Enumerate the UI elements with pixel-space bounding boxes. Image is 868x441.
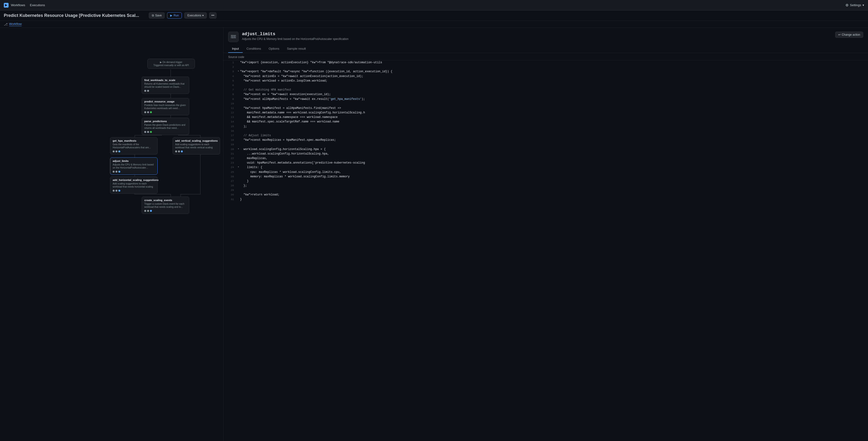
canvas-area[interactable]: ▶ On demand trigger Triggered manually o… — [0, 28, 223, 441]
status-dot — [150, 111, 152, 113]
node-footer — [144, 111, 187, 113]
fold-icon — [238, 115, 239, 119]
node-title: get_hpa_manifests — [113, 139, 155, 142]
settings-button[interactable]: ⚙ Settings ▾ — [845, 3, 864, 7]
node-title: predict_resource_usage — [144, 100, 187, 103]
run-icon: ▶ — [170, 14, 172, 17]
workflow-icon: ⎇ — [4, 22, 8, 26]
trigger-node[interactable]: ▶ On demand trigger Triggered manually o… — [147, 59, 195, 69]
line-content: "kw">const maxReplicas = hpaManifest.spe… — [240, 138, 866, 142]
code-line: 20▾ workload.scalingConfig.horizontalSca… — [223, 147, 868, 152]
code-line: 27 } — [223, 179, 868, 183]
code-line: 9 "kw">const allHpaManifests = "kw">awai… — [223, 97, 868, 101]
fold-icon[interactable]: ▾ — [238, 147, 239, 151]
trigger-label: ▶ On demand trigger — [151, 61, 191, 63]
action-icon — [228, 32, 239, 42]
code-line: 24▾ limits: { — [223, 165, 868, 170]
line-content: "kw">const hpaManifest = allHpaManifests… — [240, 106, 866, 111]
executions-button[interactable]: Executions ▾ — [184, 12, 207, 19]
node-footer — [113, 171, 155, 173]
svg-rect-6 — [231, 36, 236, 37]
more-button[interactable]: ••• — [209, 12, 217, 19]
line-content: cpu: maxReplicas * workload.scalingConfi… — [240, 170, 866, 175]
node-footer — [144, 131, 187, 133]
source-code-label: Source code — [223, 53, 868, 60]
code-line: 16 — [223, 129, 868, 134]
nav-executions[interactable]: Executions — [30, 2, 45, 8]
code-line: 15 ); — [223, 124, 868, 129]
save-button[interactable]: ⧉ Save — [149, 12, 165, 19]
line-number: 20 — [225, 147, 234, 152]
code-line: 14 && manifest.spec.scaleTargetRef.name … — [223, 120, 868, 124]
node-adjust-limits[interactable]: adjust_limits Adjusts the CPU & Memory l… — [110, 157, 158, 175]
node-find-workloads[interactable]: find_workloads_to_scale Returns all Kube… — [142, 77, 189, 94]
fold-icon — [238, 74, 239, 78]
node-title: find_workloads_to_scale — [144, 79, 187, 82]
svg-point-10 — [234, 36, 235, 37]
node-predict-resource[interactable]: predict_resource_usage Predicts how much… — [142, 98, 189, 115]
code-line: 21 ...workload.scalingConfig.horizontalS… — [223, 152, 868, 156]
line-content: && manifest.metadata.namespace === workl… — [240, 115, 866, 120]
tab-sample-result[interactable]: Sample result — [283, 45, 309, 53]
line-content — [240, 129, 866, 134]
node-create-scaling[interactable]: create_scaling_events Trigger a custom D… — [142, 197, 189, 214]
node-title: create_scaling_events — [144, 199, 187, 202]
line-number: 24 — [225, 165, 234, 170]
run-button[interactable]: ▶ Run — [167, 12, 182, 19]
node-footer — [113, 150, 155, 152]
tab-input[interactable]: Input — [228, 45, 243, 53]
status-dot — [150, 210, 152, 212]
code-line: 30 "kw">return workload; — [223, 193, 868, 197]
fold-icon — [238, 129, 239, 133]
status-dot — [144, 210, 146, 212]
node-desc: Add scaling suggestions to each workload… — [175, 143, 217, 149]
line-number: 25 — [225, 170, 234, 175]
more-icon: ••• — [211, 14, 214, 17]
line-content: ...workload.scalingConfig.horizontalScal… — [240, 152, 866, 156]
code-area[interactable]: 1 "kw">import {execution, actionExecutio… — [223, 60, 868, 441]
code-line: 7 // Get matching HPA manifest — [223, 88, 868, 92]
line-number: 10 — [225, 101, 234, 106]
node-title: add_vertical_scaling_suggestions — [175, 139, 217, 142]
change-action-label: Change action — [842, 33, 860, 36]
line-content: } — [240, 179, 866, 183]
fold-icon[interactable]: ▾ — [238, 165, 239, 169]
tab-options[interactable]: Options — [265, 45, 283, 53]
svg-marker-0 — [5, 4, 7, 6]
fold-icon[interactable]: ▾ — [238, 69, 239, 73]
panel-header: adjust_limits Adjusts the CPU & Memory l… — [223, 28, 868, 53]
status-dot — [116, 150, 117, 152]
code-line: 10 — [223, 101, 868, 106]
node-desc: Predicts how much resources the given Ku… — [144, 104, 187, 110]
code-line: 2 — [223, 65, 868, 69]
line-number: 21 — [225, 152, 234, 156]
code-line: 4 "kw">const actionEx = "kw">await actio… — [223, 74, 868, 79]
status-dot — [144, 111, 146, 113]
node-get-hpa[interactable]: get_hpa_manifests Gets the manifests of … — [110, 137, 158, 154]
code-line: 13 && manifest.metadata.namespace === wo… — [223, 115, 868, 120]
tab-conditions[interactable]: Conditions — [243, 45, 265, 53]
line-content: ); — [240, 124, 866, 129]
right-panel: adjust_limits Adjusts the CPU & Memory l… — [223, 28, 868, 441]
toolbar: Predict Kubernetes Resource Usage [Predi… — [0, 10, 868, 21]
line-content: // Get matching HPA manifest — [240, 88, 866, 92]
fold-icon — [238, 101, 239, 105]
line-content — [240, 142, 866, 147]
breadcrumb-workflow[interactable]: Workflow — [9, 22, 22, 26]
code-line: 3▾"kw">export "kw">default "kw">async "k… — [223, 69, 868, 74]
fold-icon — [238, 124, 239, 128]
line-number: 17 — [225, 134, 234, 138]
nav-workflows[interactable]: Workflows — [11, 2, 25, 8]
topnav: Workflows Executions ⚙ Settings ▾ — [0, 0, 868, 10]
node-parse-predictions[interactable]: parse_predictions Parses the given Davis… — [142, 118, 189, 135]
node-add-vertical[interactable]: add_vertical_scaling_suggestions Add sca… — [173, 137, 220, 154]
line-number: 18 — [225, 138, 234, 142]
node-footer — [175, 150, 217, 152]
line-number: 1 — [225, 60, 234, 65]
node-add-horizontal[interactable]: add_horizontal_scaling_suggestions Add s… — [110, 176, 158, 194]
action-info: adjust_limits Adjusts the CPU & Memory l… — [242, 32, 832, 41]
fold-icon — [238, 120, 239, 123]
change-action-button[interactable]: ↩ Change action — [835, 32, 863, 38]
main-layout: ▶ On demand trigger Triggered manually o… — [0, 28, 868, 441]
node-footer — [144, 90, 187, 92]
